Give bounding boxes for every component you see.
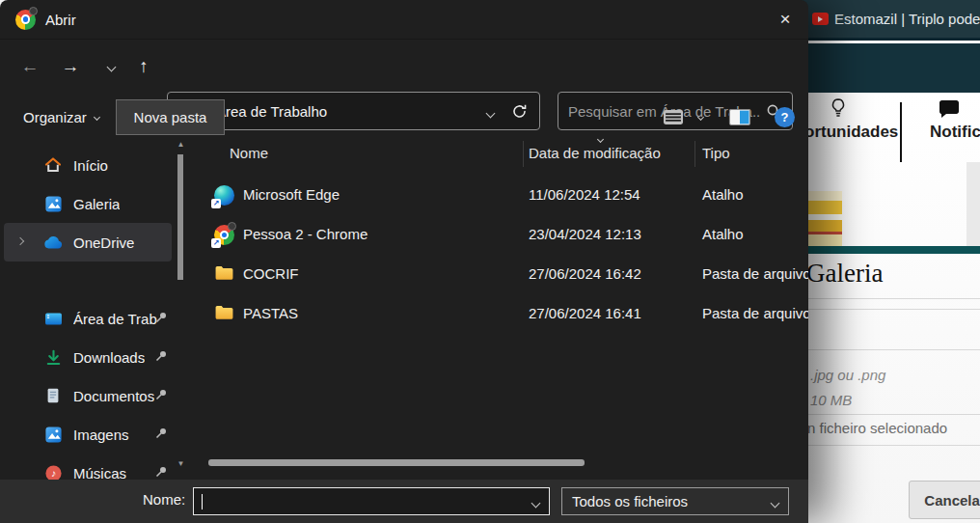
sidebar: Início Galeria OneDrive Área de Trab [0,138,176,480]
table-row[interactable]: ↗ Pessoa 2 - Chrome 23/04/2024 12:13 Ata… [185,216,808,256]
sidebar-item-label: Downloads [73,349,145,366]
table-row[interactable]: PASTAS 27/06/2024 16:41 Pasta de arquivo [185,295,808,335]
browser-tab-title[interactable]: Estomazil | Triplo pode [834,11,980,27]
organize-menu[interactable]: Organizar [23,96,99,137]
onedrive-cloud-icon [42,235,64,250]
file-type: Pasta de arquivo [702,265,808,282]
nav-item-opportunities[interactable]: ortunidades [804,123,898,142]
column-separator[interactable] [694,141,695,167]
chevron-down-icon[interactable] [531,499,541,509]
divider-line [791,445,980,446]
edge-icon: ↗ [214,185,234,206]
page-side-panel [966,162,980,247]
table-row[interactable]: COCRIF 27/06/2024 16:42 Pasta de arquivo [185,256,808,295]
file-date: 27/06/2024 16:42 [529,265,641,282]
sidebar-item-home[interactable]: Início [0,146,176,184]
filename-label: Nome: [143,491,185,508]
column-header-name[interactable]: Nome [230,145,268,161]
filename-input[interactable] [193,487,550,515]
browser-toolband [791,43,980,93]
preview-pane-icon[interactable] [728,108,751,126]
file-name: Microsoft Edge [243,186,340,203]
divider-line [791,414,980,415]
new-folder-button[interactable]: Nova pasta [116,99,225,135]
sidebar-item-label: Galeria [73,196,120,212]
svg-text:♪: ♪ [50,468,55,479]
list-view-icon[interactable] [662,108,685,126]
upload-size-hint: 10 MB [810,392,852,408]
page-thumbnail-image [808,191,842,247]
file-list: Nome Data de modificação Tipo ↗ Microsof… [185,138,808,480]
sidebar-item-documents[interactable]: Documentos [0,376,176,415]
file-name: PASTAS [243,305,298,321]
table-row[interactable]: ↗ Microsoft Edge 11/06/2024 12:54 Atalho [185,177,808,216]
file-type: Pasta de arquivo [702,305,808,321]
sidebar-item-desktop[interactable]: Área de Trab [0,299,176,338]
horizontal-scrollbar[interactable] [208,459,585,466]
page-heading: Galeria [806,259,883,289]
view-dropdown-icon[interactable] [697,113,704,120]
pin-icon [154,465,168,479]
dialog-title: Abrir [45,12,76,28]
open-file-dialog: Abrir × ← → ↑ › Área de Trabalho [0,0,808,523]
column-header-type[interactable]: Tipo [702,145,730,161]
scroll-down-icon[interactable]: ▼ [177,459,185,468]
help-icon[interactable]: ? [775,107,795,127]
pin-icon [154,388,168,401]
gallery-icon [42,195,64,213]
downloads-icon [42,348,64,367]
documents-icon [42,387,64,404]
images-icon [42,426,64,444]
lightbulb-icon [830,97,847,119]
scrollbar-thumb[interactable] [177,154,183,280]
file-date: 23/04/2024 12:13 [529,226,641,242]
speech-bubble-icon [938,99,961,119]
desktop-icon [42,312,64,326]
shortcut-arrow-icon: ↗ [211,199,221,208]
back-icon[interactable]: ← [12,47,48,86]
chrome-icon [15,10,36,30]
file-type: Atalho [702,226,744,242]
cancel-button[interactable]: Cancelar [909,481,980,519]
column-header-date[interactable]: Data de modificação [529,145,661,161]
sidebar-item-label: OneDrive [73,234,134,251]
browser-page: Estomazil | Triplo pode ortunidades Noti… [791,0,980,523]
file-date: 27/06/2024 16:41 [529,305,641,321]
youtube-icon [812,13,829,25]
sidebar-item-downloads[interactable]: Downloads [0,338,176,376]
forward-icon[interactable]: → [52,47,89,86]
sidebar-item-onedrive[interactable]: OneDrive [4,223,172,262]
pin-icon [154,427,168,440]
sidebar-item-gallery[interactable]: Galeria [0,184,176,223]
file-type: Atalho [702,186,744,203]
sidebar-item-label: Músicas [73,465,126,481]
filetype-select[interactable]: Todos os ficheiros [561,487,789,515]
sort-chevron-icon [597,136,604,143]
scroll-up-icon[interactable]: ▲ [177,140,185,149]
filetype-value: Todos os ficheiros [572,493,688,509]
home-icon [42,155,64,175]
chevron-down-icon [94,113,100,120]
up-icon[interactable]: ↑ [125,47,162,86]
dialog-titlebar: Abrir × [0,0,808,40]
nav-item-notifications[interactable]: Notificaçõ [930,123,980,142]
close-icon[interactable]: × [764,1,806,38]
sidebar-scrollbar[interactable]: ▲ ▼ [177,140,185,478]
sidebar-item-music[interactable]: ♪ Músicas [0,454,176,480]
browser-tabstrip: Estomazil | Triplo pode [791,0,980,41]
organize-label: Organizar [23,109,87,125]
folder-icon [214,264,234,281]
text-caret [202,494,203,509]
chrome-icon: ↗ [214,225,234,245]
pin-icon [154,349,168,363]
divider-line [791,349,980,350]
shortcut-arrow-icon: ↗ [211,238,221,248]
recent-chevron-icon[interactable] [93,47,129,86]
sidebar-item-images[interactable]: Imagens [0,415,176,454]
column-separator[interactable] [523,141,524,167]
sidebar-item-label: Início [73,157,108,174]
nav-divider [900,102,902,162]
teal-band [791,246,980,254]
chevron-expand-icon[interactable] [16,237,24,245]
upload-format-hint: .jpg ou .png [810,367,885,383]
